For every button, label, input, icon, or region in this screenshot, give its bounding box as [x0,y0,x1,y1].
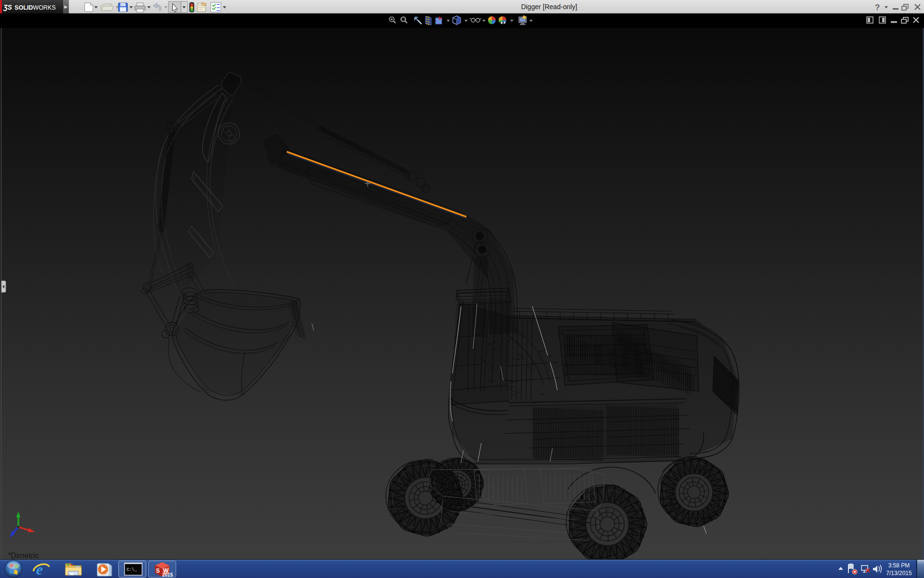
svg-text:3:58 PM: 3:58 PM [888,562,910,569]
svg-text:S: S [156,567,160,574]
svg-text:C:\_: C:\_ [127,567,137,572]
svg-text:7/13/2015: 7/13/2015 [886,570,912,577]
svg-text:e: e [36,561,43,578]
svg-text:?: ? [875,3,880,12]
svg-text:2015: 2015 [162,572,173,578]
